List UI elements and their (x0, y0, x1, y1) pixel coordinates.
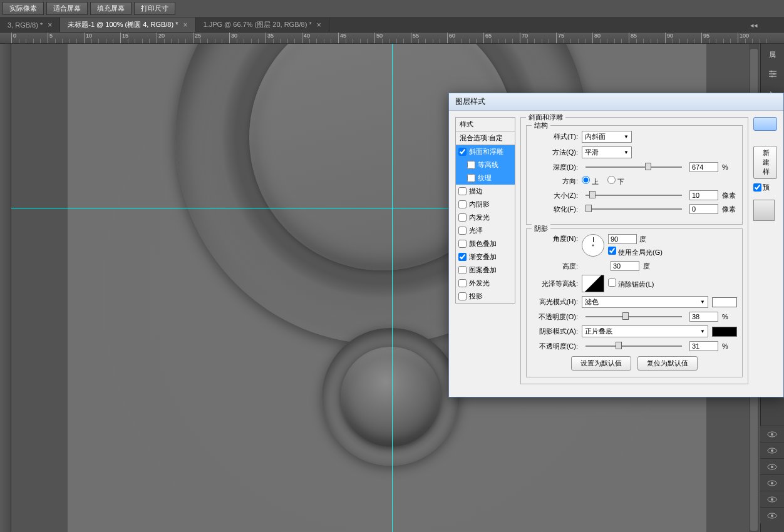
dialog-button-column: 新建样 预 (753, 117, 777, 391)
adjustments-icon[interactable] (766, 67, 780, 81)
shading-title: 阴影 (532, 224, 550, 233)
size-slider[interactable] (585, 195, 682, 196)
eye-icon[interactable] (760, 426, 784, 442)
svg-point-1 (773, 73, 775, 75)
close-icon[interactable]: × (48, 21, 52, 29)
properties-panel-label: 属 (769, 50, 776, 59)
style-item-label: 颜色叠加 (469, 239, 497, 248)
close-icon[interactable]: × (183, 21, 187, 29)
depth-label: 深度(D): (532, 163, 578, 172)
eye-icon[interactable] (760, 474, 784, 491)
style-item-label: 内发光 (469, 213, 490, 222)
style-checkbox[interactable] (458, 279, 467, 287)
svg-point-0 (770, 71, 772, 73)
eye-icon[interactable] (760, 442, 784, 458)
style-checkbox[interactable] (467, 161, 475, 169)
style-item-1[interactable]: 等高线 (456, 158, 515, 171)
style-item-6[interactable]: 光泽 (456, 224, 515, 237)
depth-input[interactable] (689, 162, 718, 172)
size-label: 大小(Z): (532, 191, 578, 200)
dialog-titlebar[interactable]: 图层样式 (449, 93, 783, 111)
style-checkbox[interactable] (467, 174, 475, 182)
eye-icon[interactable] (760, 491, 784, 507)
style-select[interactable]: 内斜面▼ (582, 131, 632, 143)
ruler-tick: 100 (738, 33, 749, 44)
soften-slider[interactable] (585, 208, 682, 210)
highlight-mode-select[interactable]: 滤色▼ (582, 296, 708, 308)
structure-title: 结构 (532, 121, 550, 130)
global-light-checkbox[interactable]: 使用全局光(G) (608, 247, 663, 257)
shadow-mode-select[interactable]: 正片叠底▼ (582, 325, 708, 337)
shadow-opacity-input[interactable] (689, 341, 718, 351)
angle-unit: 度 (639, 235, 646, 244)
style-item-10[interactable]: 外发光 (456, 277, 515, 290)
ok-button[interactable] (753, 117, 777, 131)
shadow-color-swatch[interactable] (712, 327, 737, 337)
style-checkbox[interactable] (458, 253, 467, 261)
fill-screen-button[interactable]: 填充屏幕 (90, 2, 132, 15)
doc-tab-0[interactable]: 3, RGB/8) * × (0, 18, 60, 32)
style-checkbox[interactable] (458, 148, 467, 156)
direction-up-radio[interactable]: 上 (582, 176, 599, 187)
style-item-0[interactable]: 斜面和浮雕 (456, 145, 515, 158)
soften-input[interactable] (689, 204, 718, 214)
style-item-8[interactable]: 渐变叠加 (456, 250, 515, 263)
eye-icon[interactable] (760, 458, 784, 474)
direction-down-radio[interactable]: 下 (607, 176, 624, 187)
chevron-down-icon: ▼ (624, 150, 629, 155)
style-item-3[interactable]: 描边 (456, 185, 515, 198)
vertical-guide[interactable] (392, 44, 393, 532)
depth-slider[interactable] (585, 166, 682, 168)
style-item-11[interactable]: 投影 (456, 290, 515, 303)
style-checkbox[interactable] (458, 187, 467, 195)
altitude-input[interactable] (611, 261, 639, 271)
gloss-contour-picker[interactable] (582, 275, 604, 292)
fit-screen-button[interactable]: 适合屏幕 (46, 2, 88, 15)
angle-dial[interactable] (582, 234, 604, 257)
style-checkbox[interactable] (458, 266, 467, 274)
panel-menu-icon[interactable]: ◂◂ (750, 21, 758, 29)
style-checkbox[interactable] (458, 200, 467, 208)
svg-point-4 (771, 433, 773, 436)
eye-icon[interactable] (760, 507, 784, 523)
settings-column: 斜面和浮雕 结构 样式(T): 内斜面▼ 方法(Q): 平滑▼ 深度(D): (520, 117, 748, 391)
styles-header[interactable]: 样式 (456, 118, 515, 131)
style-item-5[interactable]: 内发光 (456, 211, 515, 224)
vertical-ruler[interactable] (0, 44, 11, 532)
highlight-color-swatch[interactable] (712, 297, 737, 307)
highlight-opacity-slider[interactable] (585, 316, 682, 317)
new-style-button[interactable]: 新建样 (753, 146, 777, 179)
angle-input[interactable] (608, 234, 637, 244)
size-input[interactable] (689, 190, 718, 200)
close-icon[interactable]: × (317, 21, 321, 29)
print-size-button[interactable]: 打印尺寸 (134, 2, 175, 15)
style-item-label: 外发光 (469, 279, 490, 288)
style-item-2[interactable]: 纹理 (456, 171, 515, 185)
angle-label: 角度(N): (532, 234, 578, 243)
blend-options-header[interactable]: 混合选项:自定 (456, 131, 515, 145)
reset-default-button[interactable]: 复位为默认值 (637, 356, 698, 371)
style-item-label: 光泽 (469, 226, 483, 235)
set-default-button[interactable]: 设置为默认值 (571, 356, 631, 371)
horizontal-ruler[interactable]: 0510152025303540455055606570758085909510… (0, 33, 784, 44)
style-checkbox[interactable] (458, 213, 467, 222)
actual-pixels-button[interactable]: 实际像素 (3, 2, 44, 15)
style-item-4[interactable]: 内阴影 (456, 198, 515, 211)
shadow-opacity-slider[interactable] (585, 345, 682, 347)
style-item-label: 等高线 (478, 160, 498, 170)
style-item-9[interactable]: 图案叠加 (456, 263, 515, 277)
style-item-7[interactable]: 颜色叠加 (456, 237, 515, 250)
doc-tab-1[interactable]: 未标题-1 @ 100% (椭圆 4, RGB/8) * × (60, 18, 195, 32)
highlight-opacity-input[interactable] (689, 312, 718, 322)
highlight-opacity-label: 不透明度(O): (532, 312, 578, 322)
technique-select[interactable]: 平滑▼ (582, 146, 632, 158)
antialias-checkbox[interactable]: 消除锯齿(L) (608, 279, 654, 289)
preview-checkbox[interactable]: 预 (753, 183, 777, 192)
soften-unit: 像素 (722, 205, 737, 214)
highlight-opacity-unit: % (722, 313, 737, 320)
doc-tab-2[interactable]: 1.JPG @ 66.7% (图层 20, RGB/8) * × (196, 18, 329, 32)
style-checkbox[interactable] (458, 240, 467, 248)
style-checkbox[interactable] (458, 292, 467, 300)
style-checkbox[interactable] (458, 227, 467, 235)
technique-label: 方法(Q): (532, 148, 578, 157)
